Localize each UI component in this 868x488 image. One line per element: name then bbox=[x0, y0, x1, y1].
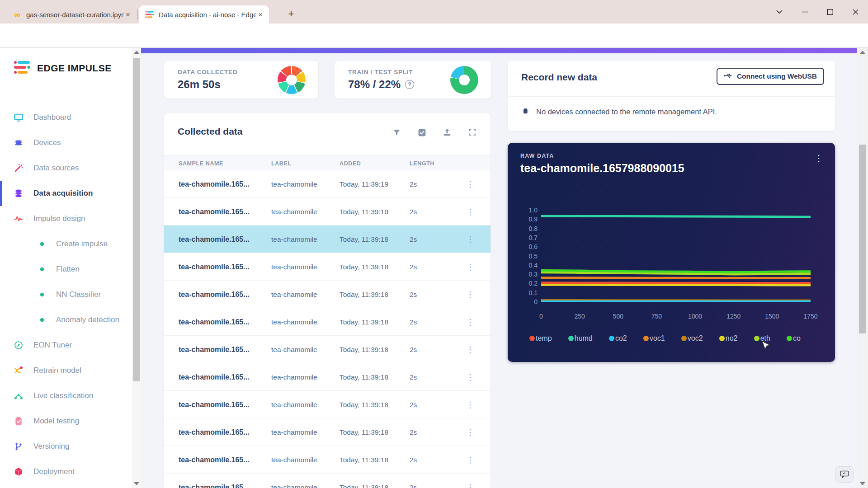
legend-item-voc2[interactable]: voc2 bbox=[681, 334, 703, 343]
sidebar: EDGE IMPULSE DashboardDevicesData source… bbox=[0, 48, 132, 488]
connect-webusb-button[interactable]: Connect using WebUSB bbox=[717, 68, 824, 85]
browser-tab[interactable]: Data acquisition - ai-nose - Edge✕ bbox=[139, 5, 269, 23]
row-menu-kebab-icon[interactable]: ⋮ bbox=[466, 253, 474, 281]
table-row[interactable]: tea-chamomile.165...tea-chamomileToday, … bbox=[164, 225, 491, 253]
close-window-button[interactable] bbox=[843, 3, 868, 21]
row-menu-kebab-icon[interactable]: ⋮ bbox=[466, 225, 474, 253]
table-row[interactable]: tea-chamomile.165...tea-chamomileToday, … bbox=[164, 281, 491, 308]
expand-icon[interactable] bbox=[467, 127, 478, 138]
table-row[interactable]: tea-chamomile.165...tea-chamomileToday, … bbox=[164, 446, 491, 474]
select-checkbox-icon[interactable] bbox=[416, 127, 427, 138]
sidebar-item-label: Dashboard bbox=[33, 113, 71, 122]
table-row[interactable]: tea-chamomile.165...tea-chamomileToday, … bbox=[164, 170, 491, 198]
legend-label: no2 bbox=[726, 334, 738, 343]
row-menu-kebab-icon[interactable]: ⋮ bbox=[466, 336, 474, 363]
row-menu-kebab-icon[interactable]: ⋮ bbox=[466, 363, 474, 391]
table-row[interactable]: tea-chamomile.165...tea-chamomileToday, … bbox=[164, 474, 491, 488]
column-header: LABEL bbox=[271, 156, 292, 171]
tab-close-icon[interactable]: ✕ bbox=[124, 10, 132, 19]
legend-item-humd[interactable]: humd bbox=[568, 334, 593, 343]
sidebar-item-label: Anomaly detection bbox=[56, 315, 119, 324]
filter-icon[interactable] bbox=[391, 127, 402, 138]
scroll-up-arrow-icon[interactable] bbox=[860, 51, 865, 54]
sample-name-cell: tea-chamomile.165... bbox=[179, 170, 250, 198]
scroll-down-arrow-icon[interactable] bbox=[134, 482, 139, 485]
collected-data-title: Collected data bbox=[178, 126, 243, 137]
sidebar-item-live-classification[interactable]: Live classification bbox=[0, 383, 132, 408]
table-row[interactable]: tea-chamomile.165...tea-chamomileToday, … bbox=[164, 253, 491, 281]
sample-name-cell: tea-chamomile.165... bbox=[179, 418, 250, 446]
row-menu-kebab-icon[interactable]: ⋮ bbox=[466, 418, 474, 446]
table-row[interactable]: tea-chamomile.165...tea-chamomileToday, … bbox=[164, 391, 491, 418]
table-row[interactable]: tea-chamomile.165...tea-chamomileToday, … bbox=[164, 198, 491, 225]
length-cell: 2s bbox=[410, 336, 417, 363]
sidebar-item-retrain-model[interactable]: Retrain model bbox=[0, 358, 132, 383]
sidebar-item-dashboard[interactable]: Dashboard bbox=[0, 105, 132, 130]
minimize-button[interactable] bbox=[792, 3, 817, 21]
window-controls bbox=[767, 0, 868, 23]
label-cell: tea-chamomile bbox=[271, 391, 317, 418]
sidebar-item-devices[interactable]: Devices bbox=[0, 130, 132, 155]
sidebar-item-anomaly-detection[interactable]: Anomaly detection bbox=[0, 307, 132, 333]
browser-tab[interactable]: ∞gas-sensor-dataset-curation.ipyn✕ bbox=[6, 5, 137, 23]
length-cell: 2s bbox=[410, 418, 417, 446]
legend-item-temp[interactable]: temp bbox=[529, 334, 552, 343]
scroll-up-arrow-icon[interactable] bbox=[134, 51, 139, 54]
window-menu-chevron-icon[interactable] bbox=[767, 3, 792, 21]
table-row[interactable]: tea-chamomile.165...tea-chamomileToday, … bbox=[164, 336, 491, 363]
row-menu-kebab-icon[interactable]: ⋮ bbox=[466, 474, 474, 488]
new-tab-button[interactable]: + bbox=[285, 8, 297, 21]
row-menu-kebab-icon[interactable]: ⋮ bbox=[466, 391, 474, 418]
row-menu-kebab-icon[interactable]: ⋮ bbox=[466, 446, 474, 474]
edge-impulse-logo[interactable]: EDGE IMPULSE bbox=[14, 60, 132, 77]
table-row[interactable]: tea-chamomile.165...tea-chamomileToday, … bbox=[164, 363, 491, 391]
row-menu-kebab-icon[interactable]: ⋮ bbox=[466, 281, 474, 308]
series-line-no2 bbox=[541, 285, 811, 285]
tab-close-icon[interactable]: ✕ bbox=[256, 10, 264, 19]
impulse-design-icon bbox=[14, 214, 24, 224]
live-classification-icon bbox=[14, 391, 24, 401]
row-menu-kebab-icon[interactable]: ⋮ bbox=[466, 170, 474, 198]
raw-data-menu-kebab-icon[interactable]: ⋮ bbox=[814, 153, 823, 164]
main-content: DATA COLLECTED 26m 50s TRAIN / TEST SPLI… bbox=[141, 48, 857, 488]
accent-progress-bar bbox=[141, 48, 857, 53]
sidebar-scrollbar[interactable] bbox=[132, 48, 141, 488]
sidebar-item-create-impulse[interactable]: Create impulse bbox=[0, 231, 132, 257]
feedback-button[interactable] bbox=[835, 466, 854, 483]
legend-item-no2[interactable]: no2 bbox=[719, 334, 738, 343]
sidebar-item-nn-classifier[interactable]: NN Classifier bbox=[0, 282, 132, 307]
dot-icon bbox=[39, 266, 45, 272]
y-axis-tick: 0.7 bbox=[516, 234, 538, 241]
table-row[interactable]: tea-chamomile.165...tea-chamomileToday, … bbox=[164, 308, 491, 336]
legend-item-eth[interactable]: eth bbox=[754, 334, 770, 343]
sidebar-item-flatten[interactable]: Flatten bbox=[0, 257, 132, 282]
page-scrollbar[interactable] bbox=[857, 48, 868, 488]
dot-icon bbox=[39, 291, 45, 298]
sidebar-item-impulse-design[interactable]: Impulse design bbox=[0, 206, 132, 231]
row-menu-kebab-icon[interactable]: ⋮ bbox=[466, 308, 474, 336]
upload-icon[interactable] bbox=[442, 127, 453, 138]
label-cell: tea-chamomile bbox=[271, 336, 317, 363]
sidebar-item-deployment[interactable]: Deployment bbox=[0, 459, 132, 484]
data-collected-card: DATA COLLECTED 26m 50s bbox=[164, 61, 318, 99]
sidebar-item-data-acquisition[interactable]: Data acquisition bbox=[0, 181, 132, 206]
maximize-button[interactable] bbox=[817, 3, 843, 21]
sidebar-item-model-testing[interactable]: Model testing bbox=[0, 408, 132, 434]
browser-titlebar: ∞gas-sensor-dataset-curation.ipyn✕Data a… bbox=[0, 0, 868, 23]
sidebar-item-versioning[interactable]: Versioning bbox=[0, 434, 132, 459]
legend-item-voc1[interactable]: voc1 bbox=[643, 334, 665, 343]
legend-item-co2[interactable]: co2 bbox=[609, 334, 627, 343]
sidebar-item-data-sources[interactable]: Data sources bbox=[0, 155, 132, 181]
y-axis-tick: 0.8 bbox=[516, 225, 538, 232]
help-icon[interactable]: ? bbox=[405, 80, 414, 89]
y-axis-tick: 0.5 bbox=[516, 253, 538, 260]
row-menu-kebab-icon[interactable]: ⋮ bbox=[466, 198, 474, 225]
sidebar-scrollbar-thumb[interactable] bbox=[133, 58, 140, 381]
sample-name-cell: tea-chamomile.165... bbox=[179, 391, 250, 418]
legend-item-co[interactable]: co bbox=[787, 334, 801, 343]
table-row[interactable]: tea-chamomile.165...tea-chamomileToday, … bbox=[164, 418, 491, 446]
page-scrollbar-thumb[interactable] bbox=[859, 145, 866, 333]
sample-name-cell: tea-chamomile.165... bbox=[179, 225, 250, 253]
scroll-down-arrow-icon[interactable] bbox=[860, 482, 865, 485]
sidebar-item-eon-tuner[interactable]: EON Tuner bbox=[0, 333, 132, 358]
